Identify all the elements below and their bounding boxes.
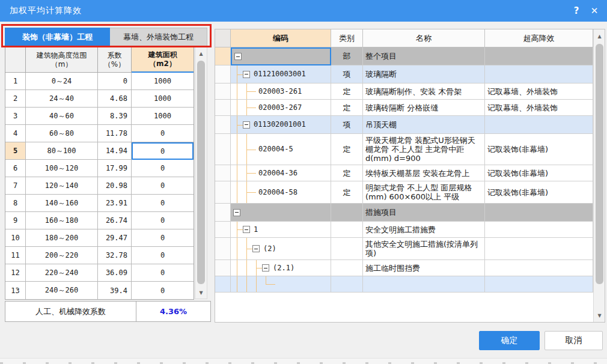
right-table-scrollbar[interactable]: ▲ ▼ bbox=[593, 29, 605, 322]
code-cell[interactable]: 011210003001 bbox=[231, 65, 331, 83]
height-range-cell[interactable]: 200～220 bbox=[26, 247, 98, 264]
building-area-cell[interactable]: 1000 bbox=[132, 108, 194, 125]
row-indicator-cell[interactable] bbox=[215, 204, 231, 222]
building-area-cell[interactable]: 0 bbox=[132, 195, 194, 212]
building-area-cell[interactable]: 0 bbox=[132, 160, 194, 177]
row-indicator-cell[interactable] bbox=[215, 47, 231, 65]
scroll-down-icon[interactable]: ▼ bbox=[195, 288, 207, 297]
effect-cell[interactable] bbox=[485, 276, 593, 293]
row-number-cell[interactable]: 11 bbox=[5, 247, 26, 264]
row-number-cell[interactable]: 4 bbox=[5, 125, 26, 142]
code-cell[interactable]: 020004-58 bbox=[231, 181, 331, 204]
height-range-cell[interactable]: 240～260 bbox=[26, 282, 98, 299]
height-range-cell[interactable]: 220～240 bbox=[26, 264, 98, 282]
row-indicator-cell[interactable] bbox=[215, 165, 231, 181]
effect-cell[interactable]: 记取装饰(非幕墙) bbox=[485, 134, 593, 165]
code-cell[interactable]: (2) bbox=[231, 238, 331, 260]
coefficient-cell[interactable]: 26.74 bbox=[98, 212, 132, 229]
row-number-cell[interactable]: 2 bbox=[5, 90, 26, 108]
row-number-cell[interactable]: 3 bbox=[5, 108, 26, 125]
code-cell[interactable]: 020004-5 bbox=[231, 134, 331, 165]
confirm-button[interactable]: 确定 bbox=[479, 331, 540, 350]
effect-cell[interactable]: 记取装饰(非幕墙) bbox=[485, 165, 593, 181]
category-cell[interactable]: 项 bbox=[331, 65, 363, 83]
height-range-cell[interactable]: 180～200 bbox=[26, 229, 98, 247]
height-range-cell[interactable]: 60～80 bbox=[26, 125, 98, 142]
coefficient-cell[interactable]: 20.98 bbox=[98, 177, 132, 195]
row-number-cell[interactable]: 5 bbox=[5, 142, 26, 160]
coefficient-cell[interactable]: 4.68 bbox=[98, 90, 132, 108]
row-indicator-cell[interactable] bbox=[215, 83, 231, 100]
effect-cell[interactable]: 记取幕墙、外墙装饰 bbox=[485, 83, 593, 100]
effect-cell[interactable] bbox=[485, 47, 593, 65]
collapse-minus-icon[interactable] bbox=[234, 53, 242, 60]
coefficient-cell[interactable]: 11.78 bbox=[98, 125, 132, 142]
collapse-minus-icon[interactable] bbox=[233, 209, 240, 216]
building-area-cell[interactable]: 0 bbox=[132, 282, 194, 299]
code-cell[interactable] bbox=[231, 204, 331, 222]
code-cell[interactable]: 020003-267 bbox=[231, 100, 331, 116]
coefficient-cell[interactable]: 39.4 bbox=[98, 282, 132, 299]
coefficient-cell[interactable]: 29.47 bbox=[98, 229, 132, 247]
name-cell[interactable]: 施工临时围挡费 bbox=[363, 260, 485, 276]
coefficient-cell[interactable]: 23.91 bbox=[98, 195, 132, 212]
name-cell[interactable] bbox=[363, 276, 485, 293]
coefficient-cell[interactable]: 36.09 bbox=[98, 264, 132, 282]
category-cell[interactable]: 部 bbox=[331, 47, 363, 65]
height-range-cell[interactable]: 24～40 bbox=[26, 90, 98, 108]
category-cell[interactable]: 定 bbox=[331, 165, 363, 181]
row-number-cell[interactable]: 1 bbox=[5, 73, 26, 90]
row-number-cell[interactable]: 8 bbox=[5, 195, 26, 212]
name-cell[interactable]: 整个项目 bbox=[363, 47, 485, 65]
building-area-cell[interactable]: 0 bbox=[132, 125, 194, 142]
name-cell[interactable]: 玻璃隔断 bbox=[363, 65, 485, 83]
collapse-minus-icon[interactable] bbox=[252, 245, 260, 252]
collapse-minus-icon[interactable] bbox=[243, 121, 250, 129]
name-cell[interactable]: 安全文明施工措施费 bbox=[363, 222, 485, 238]
left-table-scrollbar[interactable]: ▲ ▼ bbox=[195, 47, 207, 299]
code-cell[interactable]: (2.1) bbox=[231, 260, 331, 276]
row-indicator-cell[interactable] bbox=[215, 222, 231, 238]
effect-cell[interactable] bbox=[485, 65, 593, 83]
category-cell[interactable] bbox=[331, 238, 363, 260]
category-cell[interactable]: 定 bbox=[331, 181, 363, 204]
category-cell[interactable] bbox=[331, 222, 363, 238]
scroll-up-icon[interactable]: ▲ bbox=[594, 31, 605, 41]
height-range-cell[interactable]: 40～60 bbox=[26, 108, 98, 125]
row-indicator-cell[interactable] bbox=[215, 276, 231, 293]
name-cell[interactable]: 明架式龙骨 不上人型 面层规格(mm) 600×600以上 平级 bbox=[363, 181, 485, 204]
row-number-cell[interactable]: 12 bbox=[5, 264, 26, 282]
row-indicator-cell[interactable] bbox=[215, 134, 231, 165]
scroll-down-icon[interactable]: ▼ bbox=[594, 311, 605, 320]
cancel-button[interactable]: 取消 bbox=[544, 331, 603, 350]
name-cell[interactable]: 措施项目 bbox=[363, 204, 485, 222]
row-number-cell[interactable]: 9 bbox=[5, 212, 26, 229]
building-area-cell[interactable]: 0 bbox=[132, 212, 194, 229]
close-icon[interactable]: ✕ bbox=[585, 0, 603, 22]
height-range-cell[interactable]: 120～140 bbox=[26, 177, 98, 195]
row-number-cell[interactable]: 7 bbox=[5, 177, 26, 195]
left-scrollbar-thumb[interactable] bbox=[197, 61, 205, 284]
name-cell[interactable]: 埃特板天棚基层 安装在龙骨上 bbox=[363, 165, 485, 181]
row-number-cell[interactable]: 13 bbox=[5, 282, 26, 299]
name-cell[interactable]: 玻璃砖隔断 分格嵌缝 bbox=[363, 100, 485, 116]
effect-cell[interactable] bbox=[485, 116, 593, 134]
scroll-up-icon[interactable]: ▲ bbox=[195, 49, 207, 58]
building-area-cell[interactable]: 1000 bbox=[132, 73, 194, 90]
help-icon[interactable]: ? bbox=[567, 0, 585, 22]
building-area-cell[interactable]: 0 bbox=[132, 142, 194, 160]
building-area-cell[interactable]: 0 bbox=[132, 177, 194, 195]
code-cell[interactable] bbox=[231, 47, 331, 65]
row-indicator-cell[interactable] bbox=[215, 238, 231, 260]
category-cell[interactable]: 定 bbox=[331, 100, 363, 116]
effect-cell[interactable] bbox=[485, 238, 593, 260]
row-indicator-cell[interactable] bbox=[215, 260, 231, 276]
collapse-minus-icon[interactable] bbox=[262, 264, 269, 271]
category-cell[interactable] bbox=[331, 204, 363, 222]
height-range-cell[interactable]: 0～24 bbox=[26, 73, 98, 90]
collapse-minus-icon[interactable] bbox=[243, 71, 250, 78]
right-scrollbar-thumb[interactable] bbox=[596, 44, 603, 284]
code-cell[interactable]: 020004-36 bbox=[231, 165, 331, 181]
tab-decoration-non-curtainwall[interactable]: 装饰（非幕墙）工程 bbox=[5, 28, 110, 46]
row-indicator-cell[interactable] bbox=[215, 65, 231, 83]
